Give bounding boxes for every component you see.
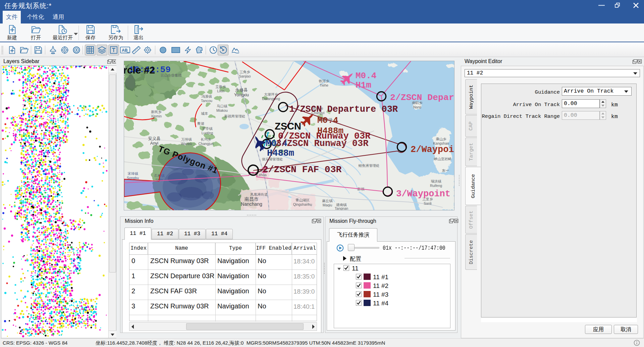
svg-text:Nanji: Nanji bbox=[413, 105, 421, 109]
svg-text:Sanli: Sanli bbox=[424, 201, 431, 205]
svg-text:Yongxiu: Yongxiu bbox=[234, 93, 249, 97]
svg-text:新民乡: 新民乡 bbox=[151, 110, 162, 114]
svg-text:rcle #2: rcle #2 bbox=[124, 64, 155, 76]
svg-text:康山乡: 康山乡 bbox=[436, 137, 446, 141]
svg-text:罗亭镇: 罗亭镇 bbox=[202, 127, 213, 131]
svg-text:凤凰洲街道: 凤凰洲街道 bbox=[250, 192, 268, 196]
svg-text:Tancou: Tancou bbox=[201, 99, 212, 103]
svg-text:铁河乡: 铁河乡 bbox=[319, 79, 329, 83]
svg-text:M0.4: M0.4 bbox=[317, 115, 338, 126]
svg-text:ZSCN: ZSCN bbox=[275, 121, 301, 132]
svg-text:AB: AB bbox=[122, 48, 128, 53]
svg-text:长均乡: 长均乡 bbox=[201, 137, 211, 141]
svg-text:Tangnan: Tangnan bbox=[335, 206, 348, 210]
svg-text:大埂坪乡: 大埂坪乡 bbox=[264, 92, 278, 96]
svg-text:青湖: 青湖 bbox=[197, 121, 204, 126]
svg-text:2/ZSCN Departure: 2/ZSCN Departure bbox=[390, 93, 454, 103]
svg-text:Nanchang: Nanchang bbox=[241, 201, 262, 207]
svg-text:峡山至岩畴: 峡山至岩畴 bbox=[434, 157, 452, 161]
svg-text:Lixin: Lixin bbox=[217, 89, 224, 93]
svg-text:Miakou: Miakou bbox=[216, 108, 228, 112]
svg-text:新祺周管理处: 新祺周管理处 bbox=[224, 114, 246, 118]
svg-text:Tiehe: Tiehe bbox=[320, 83, 328, 87]
svg-text:万埠镇: 万埠镇 bbox=[181, 137, 192, 141]
svg-text:南昌市: 南昌市 bbox=[245, 196, 259, 202]
svg-text:Anyi: Anyi bbox=[150, 141, 158, 146]
svg-text:Datangping: Datangping bbox=[262, 97, 280, 101]
svg-text:Qingshanhu: Qingshanhu bbox=[293, 202, 312, 206]
svg-text:Xinmin: Xinmin bbox=[151, 114, 162, 118]
svg-text:麻丘镇: 麻丘镇 bbox=[322, 199, 333, 203]
svg-text:马口镇: 马口镇 bbox=[217, 104, 227, 108]
svg-text:永修县: 永修县 bbox=[235, 88, 248, 92]
svg-text:M0.4: M0.4 bbox=[356, 71, 376, 81]
svg-text:2/Waypoint: 2/Waypoint bbox=[411, 145, 454, 155]
svg-text:立新乡: 立新乡 bbox=[215, 85, 226, 89]
svg-text:青山湖区: 青山湖区 bbox=[296, 198, 310, 202]
svg-text:H1m: H1m bbox=[356, 80, 371, 90]
svg-text:Changjun: Changjun bbox=[199, 142, 214, 146]
svg-text:Wanbu: Wanbu bbox=[181, 142, 192, 146]
svg-text:2/ZSCN FAF 03R: 2/ZSCN FAF 03R bbox=[263, 164, 341, 175]
svg-text:3/Waypoint: 3/Waypoint bbox=[396, 189, 450, 199]
svg-text:Maqiu: Maqiu bbox=[323, 203, 332, 207]
svg-text:冯溪镇: 冯溪镇 bbox=[201, 94, 212, 98]
svg-text:H488m: H488m bbox=[267, 148, 294, 158]
svg-text:Ruifeng: Ruifeng bbox=[430, 184, 442, 188]
svg-text:鲤鱼洲管理处: 鲤鱼洲管理处 bbox=[359, 163, 380, 167]
svg-text:安义县: 安义县 bbox=[148, 136, 161, 141]
svg-text:Luoting: Luoting bbox=[202, 131, 213, 135]
svg-text:瑞洪镇: 瑞洪镇 bbox=[431, 179, 441, 183]
svg-text:3/ZSCN Runway 03R: 3/ZSCN Runway 03R bbox=[276, 139, 369, 149]
svg-text:三角乡: 三角乡 bbox=[239, 70, 250, 74]
svg-text:宋埠镇: 宋埠镇 bbox=[127, 171, 138, 176]
svg-text:东一: 东一 bbox=[442, 168, 449, 172]
svg-text:Sanjiao: Sanjiao bbox=[239, 74, 251, 78]
svg-text:H488m: H488m bbox=[317, 126, 343, 136]
svg-text:城丰: 城丰 bbox=[201, 111, 208, 115]
svg-text:1/ZSCN Departure 03R: 1/ZSCN Departure 03R bbox=[289, 104, 398, 114]
